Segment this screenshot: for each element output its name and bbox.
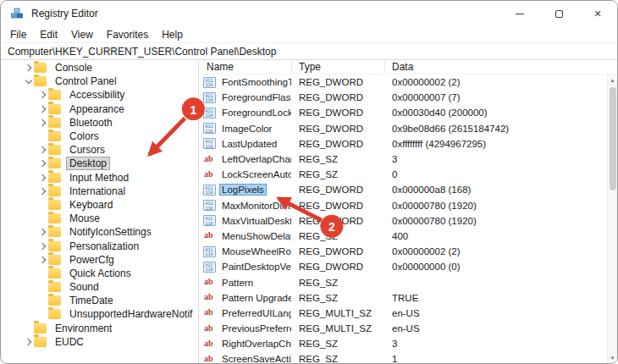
tree-item-powercfg[interactable]: PowerCfg bbox=[1, 253, 198, 267]
tree-item-label: EUDC bbox=[52, 335, 87, 349]
value-data-cell: 400 bbox=[385, 231, 617, 241]
chevron-right-icon[interactable] bbox=[37, 257, 48, 262]
tree-item-timedate[interactable]: TimeDate bbox=[1, 294, 198, 307]
value-row-mousewheelrou[interactable]: MouseWheelRou...REG_DWORD0x00000002 (2) bbox=[199, 244, 617, 259]
tree-item-desktop[interactable]: Desktop bbox=[1, 157, 198, 170]
column-header-data[interactable]: Data bbox=[385, 60, 617, 74]
chevron-right-icon[interactable] bbox=[23, 65, 34, 70]
value-name-label: Pattern Upgrade bbox=[219, 292, 292, 304]
tree-item-accessibility[interactable]: Accessibility bbox=[1, 88, 198, 102]
chevron-right-icon[interactable] bbox=[37, 161, 48, 166]
value-row-logpixels[interactable]: LogPixelsREG_DWORD0x000000a8 (168) bbox=[199, 182, 617, 197]
menu-file[interactable]: File bbox=[3, 28, 33, 41]
value-type-cell: REG_DWORD bbox=[292, 77, 385, 87]
tree-item-label: UnsupportedHardwareNotif bbox=[66, 307, 196, 321]
tree-item-eudc[interactable]: EUDC bbox=[1, 335, 198, 349]
folder-icon bbox=[48, 200, 61, 210]
scrollbar-thumb[interactable] bbox=[610, 87, 616, 190]
tree-item-notifyiconsettings[interactable]: NotifyIconSettings bbox=[1, 225, 198, 239]
chevron-right-icon[interactable] bbox=[37, 189, 48, 194]
folder-icon bbox=[34, 337, 47, 347]
value-row-rightoverlapcha[interactable]: RightOverlapCha...REG_SZ3 bbox=[199, 336, 617, 351]
vertical-scrollbar[interactable]: ▲ ▼ bbox=[607, 74, 617, 363]
list-header: Name Type Data bbox=[199, 60, 617, 74]
column-header-type[interactable]: Type bbox=[292, 60, 385, 74]
value-name-cell: LeftOverlapChars bbox=[199, 153, 292, 165]
tree-item-appearance[interactable]: Appearance bbox=[1, 102, 198, 116]
scroll-down-icon[interactable]: ▼ bbox=[608, 352, 617, 363]
tree-item-environment[interactable]: Environment bbox=[1, 322, 198, 335]
value-row-foregroundlock[interactable]: ForegroundLock...REG_DWORD0x00030d40 (20… bbox=[199, 105, 617, 120]
menu-view[interactable]: View bbox=[64, 28, 100, 41]
chevron-right-icon[interactable] bbox=[37, 107, 48, 112]
tree-item-cursors[interactable]: Cursors bbox=[1, 143, 198, 157]
tree-item-label: Accessibility bbox=[66, 88, 128, 102]
value-name-cell: LockScreenAutoL... bbox=[199, 168, 292, 180]
folder-icon bbox=[48, 255, 61, 265]
chevron-right-icon[interactable] bbox=[37, 244, 48, 249]
tree-item-bluetooth[interactable]: Bluetooth bbox=[1, 116, 198, 130]
maximize-button[interactable] bbox=[539, 1, 578, 26]
close-icon: ✕ bbox=[593, 9, 601, 19]
tree-item-personalization[interactable]: Personalization bbox=[1, 239, 198, 252]
chevron-right-icon[interactable] bbox=[37, 147, 48, 152]
value-row-leftoverlapchars[interactable]: LeftOverlapCharsREG_SZ3 bbox=[199, 152, 617, 167]
value-name-cell: ScreenSaveActive bbox=[199, 353, 292, 363]
chevron-right-icon[interactable] bbox=[37, 120, 48, 125]
tree-item-control-panel[interactable]: Control Panel bbox=[1, 74, 198, 88]
value-row-previouspreferre[interactable]: PreviousPreferre...REG_MULTI_SZen-US bbox=[199, 321, 617, 336]
address-bar[interactable]: Computer\HKEY_CURRENT_USER\Control Panel… bbox=[1, 42, 617, 60]
tree-item-mouse[interactable]: Mouse bbox=[1, 212, 198, 225]
value-row-pattern[interactable]: PatternREG_SZ bbox=[199, 274, 617, 290]
value-row-maxmonitordim[interactable]: MaxMonitorDim...REG_DWORD0x00000780 (192… bbox=[199, 198, 617, 213]
column-header-name[interactable]: Name bbox=[199, 60, 292, 74]
maximize-icon bbox=[555, 10, 563, 18]
tree-item-colors[interactable]: Colors bbox=[1, 130, 198, 143]
value-row-pattern-upgrade[interactable]: Pattern UpgradeREG_SZTRUE bbox=[199, 290, 617, 306]
value-data-cell: 0x00000780 (1920) bbox=[385, 201, 617, 211]
value-type-cell: REG_SZ bbox=[292, 293, 385, 303]
close-button[interactable]: ✕ bbox=[578, 1, 617, 26]
value-type-cell: REG_SZ bbox=[292, 169, 385, 179]
string-value-icon bbox=[203, 277, 216, 288]
scroll-up-icon[interactable]: ▲ bbox=[608, 74, 617, 85]
value-type-cell: REG_DWORD bbox=[292, 201, 385, 211]
value-row-lockscreenautol[interactable]: LockScreenAutoL...REG_SZ0 bbox=[199, 167, 617, 182]
value-row-foregroundflash[interactable]: ForegroundFlash...REG_DWORD0x00000007 (7… bbox=[199, 90, 617, 105]
value-row-imagecolor[interactable]: ImageColorREG_DWORD0x9be08d66 (261518474… bbox=[199, 121, 617, 136]
value-data-cell: 1 bbox=[385, 354, 617, 363]
chevron-right-icon[interactable] bbox=[23, 339, 34, 345]
tree-item-international[interactable]: International bbox=[1, 185, 198, 198]
tree-item-console[interactable]: Console bbox=[1, 61, 198, 74]
chevron-right-icon[interactable] bbox=[37, 229, 48, 234]
value-name-cell: Pattern bbox=[199, 277, 292, 289]
tree-item-label: Quick Actions bbox=[66, 267, 135, 280]
chevron-right-icon[interactable] bbox=[37, 175, 48, 180]
tree-item-input-method[interactable]: Input Method bbox=[1, 171, 198, 185]
value-row-maxvirtualdeskt[interactable]: MaxVirtualDeskt...REG_DWORD0x00000780 (1… bbox=[199, 213, 617, 229]
menu-help[interactable]: Help bbox=[155, 28, 190, 41]
value-row-screensaveactive[interactable]: ScreenSaveActiveREG_SZ1 bbox=[199, 351, 617, 363]
value-row-menushowdelay[interactable]: MenuShowDelayREG_SZ400 bbox=[199, 229, 617, 244]
value-name-label: MouseWheelRou... bbox=[219, 245, 292, 257]
tree-item-quick-actions[interactable]: Quick Actions bbox=[1, 267, 198, 280]
value-row-paintdesktopver[interactable]: PaintDesktopVer...REG_DWORD0x00000000 (0… bbox=[199, 259, 617, 274]
menu-favorites[interactable]: Favorites bbox=[100, 28, 155, 41]
tree-item-sound[interactable]: Sound bbox=[1, 280, 198, 294]
value-row-fontsmoothingt[interactable]: FontSmoothingT...REG_DWORD0x00000002 (2) bbox=[199, 74, 617, 90]
tree-item-unsupportedhardwarenotif[interactable]: UnsupportedHardwareNotif bbox=[1, 307, 198, 321]
menu-edit[interactable]: Edit bbox=[33, 28, 64, 41]
value-row-lastupdated[interactable]: LastUpdatedREG_DWORD0xffffffff (42949672… bbox=[199, 136, 617, 152]
tree-item-keyboard[interactable]: Keyboard bbox=[1, 198, 198, 212]
value-data-cell: 0x000000a8 (168) bbox=[385, 185, 617, 195]
folder-icon bbox=[48, 282, 61, 292]
value-data-cell: 0x00000007 (7) bbox=[385, 92, 617, 102]
minimize-button[interactable] bbox=[500, 1, 539, 26]
dword-value-icon bbox=[203, 138, 216, 149]
value-data-cell: 0xffffffff (4294967295) bbox=[385, 139, 617, 149]
value-row-preferreduilang[interactable]: PreferredUILang...REG_MULTI_SZen-US bbox=[199, 306, 617, 321]
value-type-cell: REG_DWORD bbox=[292, 108, 385, 118]
value-name-label: MaxVirtualDeskt... bbox=[219, 215, 292, 227]
chevron-down-icon[interactable] bbox=[23, 80, 34, 83]
chevron-right-icon[interactable] bbox=[37, 92, 48, 97]
